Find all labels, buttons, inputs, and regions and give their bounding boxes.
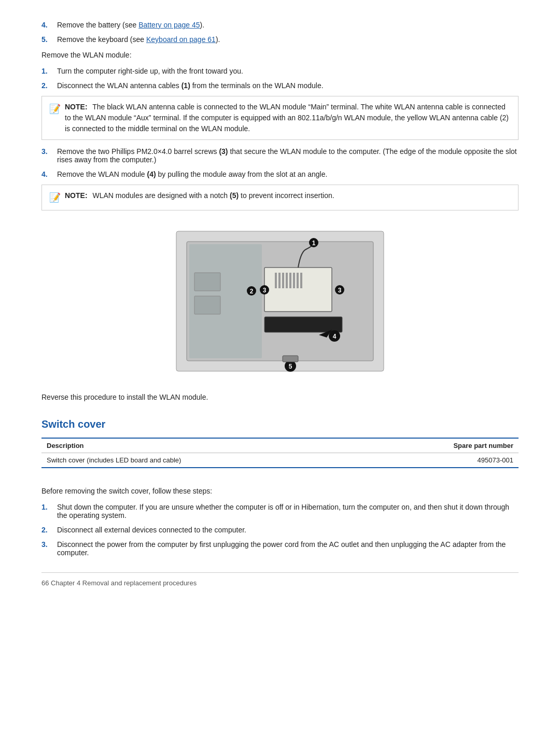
switch-step-1: 1. Shut down the computer. If you are un… — [41, 503, 519, 519]
wlan-step-4-num: 4. — [41, 170, 57, 178]
svg-rect-7 — [278, 273, 281, 288]
step-5-num: 5. — [41, 35, 57, 44]
battery-link[interactable]: Battery on page 45 — [138, 21, 200, 29]
svg-rect-6 — [275, 273, 277, 288]
svg-rect-4 — [194, 296, 220, 314]
svg-text:2: 2 — [250, 288, 254, 295]
step-5: 5. Remove the keyboard (see Keyboard on … — [41, 35, 519, 44]
switch-step-2-num: 2. — [41, 526, 57, 534]
col-description-header: Description — [41, 438, 362, 453]
svg-rect-14 — [264, 317, 342, 332]
parts-table-header-row: Description Spare part number — [41, 438, 519, 453]
switch-step-2: 2. Disconnect all external devices conne… — [41, 526, 519, 534]
svg-rect-13 — [300, 273, 302, 288]
wlan-step-4: 4. Remove the WLAN module (4) by pulling… — [41, 170, 519, 178]
switch-step-3-text: Disconnect the power from the computer b… — [57, 540, 519, 557]
wlan-step-1: 1. Turn the computer right-side up, with… — [41, 67, 519, 75]
svg-rect-8 — [282, 273, 284, 288]
note-2-content: NOTE: WLAN modules are designed with a n… — [65, 190, 334, 201]
part-number-1: 495073-001 — [362, 453, 519, 468]
svg-text:1: 1 — [312, 240, 316, 247]
reverse-text: Reverse this procedure to install the WL… — [41, 392, 519, 403]
svg-text:4: 4 — [333, 333, 337, 340]
switch-step-3: 3. Disconnect the power from the compute… — [41, 540, 519, 557]
svg-text:5: 5 — [289, 363, 292, 370]
svg-rect-3 — [194, 273, 220, 291]
before-steps-text: Before removing the switch cover, follow… — [41, 486, 519, 497]
wlan-step-2: 2. Disconnect the WLAN antenna cables (1… — [41, 81, 519, 90]
wlan-step-2-num: 2. — [41, 81, 57, 90]
parts-table: Description Spare part number Switch cov… — [41, 438, 519, 468]
col-partnum-header: Spare part number — [362, 438, 519, 453]
step-4-text: Remove the battery (see Battery on page … — [57, 21, 519, 29]
step-4: 4. Remove the battery (see Battery on pa… — [41, 21, 519, 29]
switch-cover-heading: Switch cover — [41, 418, 519, 430]
svg-rect-29 — [283, 356, 298, 362]
wlan-intro: Remove the WLAN module: — [41, 50, 519, 61]
note-1-content: NOTE: The black WLAN antenna cable is co… — [65, 102, 511, 134]
wlan-step-1-num: 1. — [41, 67, 57, 75]
svg-rect-11 — [293, 273, 295, 288]
wlan-step-4-text: Remove the WLAN module (4) by pulling th… — [57, 170, 519, 178]
wlan-diagram-svg: 4 4 3 3 1 2 5 — [161, 221, 399, 382]
step-5-text: Remove the keyboard (see Keyboard on pag… — [57, 35, 519, 44]
wlan-step-3-num: 3. — [41, 147, 57, 164]
note-1-label: NOTE: — [65, 103, 88, 111]
note-icon-1: 📝 — [49, 102, 61, 116]
wlan-diagram: 4 4 3 3 1 2 5 — [161, 221, 399, 382]
note-2: 📝 NOTE: WLAN modules are designed with a… — [41, 185, 519, 210]
wlan-step-2-bold: (1) — [181, 81, 190, 90]
wlan-step-3-bold: (3) — [219, 147, 228, 156]
note-2-bold: (5) — [230, 191, 239, 200]
wlan-step-4-bold: (4) — [147, 170, 156, 178]
svg-text:3: 3 — [263, 287, 267, 294]
note-1: 📝 NOTE: The black WLAN antenna cable is … — [41, 96, 519, 140]
switch-step-3-num: 3. — [41, 540, 57, 557]
wlan-step-3-text: Remove the two Phillips PM2.0×4.0 barrel… — [57, 147, 519, 164]
svg-rect-12 — [297, 273, 299, 288]
svg-rect-10 — [289, 273, 291, 288]
switch-step-2-text: Disconnect all external devices connecte… — [57, 526, 519, 534]
part-description-1: Switch cover (includes LED board and cab… — [41, 453, 362, 468]
svg-rect-9 — [286, 273, 288, 288]
step-4-num: 4. — [41, 21, 57, 29]
note-icon-2: 📝 — [49, 191, 61, 205]
svg-text:3: 3 — [338, 287, 342, 294]
footer: 66 Chapter 4 Removal and replacement pro… — [41, 572, 519, 587]
switch-step-1-text: Shut down the computer. If you are unsur… — [57, 503, 519, 519]
note-1-text: The black WLAN antenna cable is connecte… — [65, 103, 509, 133]
note-2-label: NOTE: — [65, 191, 88, 200]
wlan-step-3: 3. Remove the two Phillips PM2.0×4.0 bar… — [41, 147, 519, 164]
parts-table-row-1: Switch cover (includes LED board and cab… — [41, 453, 519, 468]
keyboard-link[interactable]: Keyboard on page 61 — [146, 35, 216, 44]
switch-step-1-num: 1. — [41, 503, 57, 519]
wlan-step-1-text: Turn the computer right-side up, with th… — [57, 67, 519, 75]
wlan-step-2-text: Disconnect the WLAN antenna cables (1) f… — [57, 81, 519, 90]
